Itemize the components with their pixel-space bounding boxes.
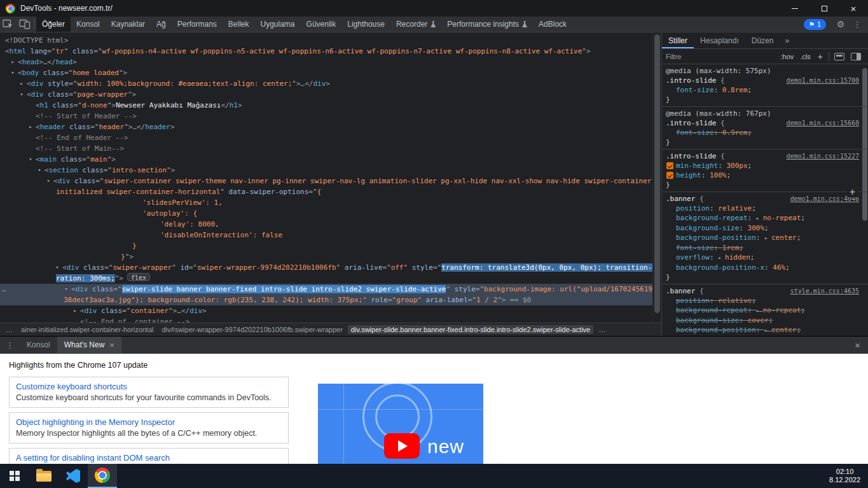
- expand-value-icon[interactable]: ▸: [756, 215, 763, 221]
- close-button[interactable]: ×: [839, 0, 868, 17]
- element-classes-button[interactable]: .cls: [797, 53, 814, 60]
- start-button[interactable]: [0, 464, 29, 488]
- toolbar-tab-bellek[interactable]: Bellek: [223, 17, 255, 32]
- taskbar-clock[interactable]: 02:10 8.12.2022: [822, 464, 868, 488]
- breadcrumb-item[interactable]: …: [595, 325, 609, 334]
- whats-new-video-thumbnail[interactable]: new: [318, 384, 483, 464]
- dom-tree-line[interactable]: <h1 class="d-none">Newseer Ayakkabı Mağa…: [0, 100, 652, 111]
- css-declaration[interactable]: background-size: 300%;: [666, 223, 859, 233]
- issues-badge[interactable]: ⚑ 1: [804, 19, 826, 30]
- file-explorer-icon[interactable]: [29, 464, 59, 488]
- card-title-link[interactable]: Customize keyboard shortcuts: [16, 382, 282, 391]
- toolbar-tab-recorder[interactable]: Recorder: [390, 17, 441, 32]
- dom-tree-line[interactable]: ▾<main class="main">: [0, 154, 652, 165]
- expand-arrow-icon[interactable]: ▾: [45, 176, 52, 186]
- breadcrumb-item[interactable]: div.swiper-slide.banner.banner-fixed.int…: [348, 325, 593, 334]
- toolbar-tab-kaynaklar[interactable]: Kaynaklar: [106, 17, 151, 32]
- expand-arrow-icon[interactable]: ▸: [18, 78, 25, 89]
- rendering-emulation-icon[interactable]: [834, 53, 844, 60]
- dom-tree-line[interactable]: }">: [0, 251, 652, 262]
- css-source-link[interactable]: demo1.min.css:15660: [787, 118, 859, 128]
- css-declaration[interactable]: height: 100%;: [666, 171, 859, 180]
- breadcrumb-item[interactable]: div#swiper-wrapper-9974d202210b1006fb.sw…: [158, 325, 345, 334]
- expand-arrow-icon[interactable]: ▾: [36, 165, 43, 176]
- dom-tree-line[interactable]: <html lang="tr" class="wf-poppins-n4-act…: [0, 46, 652, 57]
- maximize-button[interactable]: [809, 0, 839, 17]
- drawer-tab-what-s-new[interactable]: What's New×: [57, 337, 121, 353]
- minimize-button[interactable]: [780, 0, 809, 17]
- expand-value-icon[interactable]: ▸: [756, 307, 763, 314]
- css-declaration[interactable]: font-size: 1rem;: [666, 335, 859, 336]
- breadcrumb-item[interactable]: ainer-initialized.swiper-container-horiz…: [18, 325, 156, 334]
- chrome-icon[interactable]: [88, 464, 117, 488]
- toolbar-tab-performance-insights[interactable]: Performance insights: [441, 17, 533, 32]
- device-toolbar-icon[interactable]: [17, 17, 33, 32]
- drawer-menu-icon[interactable]: ⋮: [0, 340, 20, 350]
- flex-badge[interactable]: flex: [127, 273, 150, 281]
- expand-arrow-icon[interactable]: ▸: [27, 122, 34, 132]
- css-declaration[interactable]: font-size: 0.9rem;: [666, 128, 859, 137]
- whats-new-card[interactable]: Customize keyboard shortcutsCustomize ke…: [9, 377, 289, 408]
- property-checkbox[interactable]: [666, 172, 673, 179]
- dom-tree-line[interactable]: <!-- Start of Main-->: [0, 143, 652, 154]
- css-declaration[interactable]: background-position-x: 46%;: [666, 263, 859, 272]
- tab-close-icon[interactable]: ×: [109, 340, 114, 350]
- css-declaration[interactable]: background-repeat: ▸ no-repeat;: [666, 213, 859, 223]
- sidebar-tab-d-zen[interactable]: Düzen: [745, 32, 780, 48]
- settings-gear-icon[interactable]: ⚙: [832, 19, 849, 29]
- sidebar-tab-stiller[interactable]: Stiller: [662, 32, 694, 48]
- toolbar-tab-lighthouse[interactable]: Lighthouse: [341, 17, 390, 32]
- expand-arrow-icon[interactable]: ▾: [53, 262, 61, 273]
- toolbar-tab-performans[interactable]: Performans: [172, 17, 223, 32]
- css-declaration[interactable]: background-size: cover;: [666, 316, 859, 325]
- dom-tree-line[interactable]: <!-- End of container -->: [0, 316, 652, 323]
- drawer-tab-konsol[interactable]: Konsol: [20, 337, 57, 353]
- dom-tree-line[interactable]: initialized swiper-container-horizontal"…: [0, 186, 652, 197]
- dom-tree-line[interactable]: …▾<div class="swiper-slide banner banner…: [0, 284, 652, 295]
- dom-tree-line[interactable]: 'delay': 8000,: [0, 219, 652, 230]
- row-actions-icon[interactable]: …: [2, 284, 6, 295]
- dom-tree-line[interactable]: ▸<header class="header">…</header>: [0, 122, 652, 132]
- whats-new-card[interactable]: A setting for disabling instant DOM sear…: [9, 448, 289, 464]
- css-declaration[interactable]: font-size: 0.8rem;: [666, 85, 859, 95]
- css-declaration[interactable]: font-size: 1rem;: [666, 243, 859, 253]
- dom-tree-line[interactable]: ▾<div class="swiper-wrapper" id="swiper-…: [0, 262, 652, 273]
- css-declaration[interactable]: position: relative;: [666, 204, 859, 213]
- drawer-close-icon[interactable]: ×: [847, 340, 868, 351]
- new-style-rule-button[interactable]: +: [814, 52, 827, 62]
- css-declaration[interactable]: overflow: ▸ hidden;: [666, 253, 859, 263]
- css-declaration[interactable]: background-position: ▸ center;: [666, 325, 859, 335]
- whats-new-card[interactable]: Object highlighting in the Memory Inspec…: [9, 412, 289, 443]
- scrollbar-thumb[interactable]: [654, 34, 660, 313]
- sidebar-toggle-icon[interactable]: [851, 53, 861, 60]
- dom-tree-line[interactable]: 'disableOnInteraction': false: [0, 230, 652, 241]
- expand-arrow-icon[interactable]: ▾: [62, 284, 70, 295]
- styles-filter-input[interactable]: [666, 53, 742, 60]
- css-declaration[interactable]: background-position: ▸ center;: [666, 233, 859, 243]
- expand-arrow-icon[interactable]: ▾: [9, 67, 17, 78]
- dom-tree-line[interactable]: ▸<head>…</head>: [0, 57, 652, 67]
- dom-tree-line[interactable]: <!DOCTYPE html>: [0, 35, 652, 46]
- card-title-link[interactable]: Object highlighting in the Memory Inspec…: [16, 417, 282, 427]
- expand-value-icon[interactable]: ▸: [764, 235, 771, 241]
- expand-arrow-icon[interactable]: ▸: [9, 57, 17, 67]
- more-options-icon[interactable]: ⋮: [849, 20, 865, 29]
- dom-tree-line[interactable]: <!-- Start of Header -->: [0, 111, 652, 122]
- dom-tree-line[interactable]: ration: 300ms;">flex: [0, 273, 652, 284]
- dom-tree-line[interactable]: ▾<body class="home loaded">: [0, 67, 652, 78]
- toggle-element-state-button[interactable]: :hov: [778, 53, 797, 60]
- toolbar-tab-eler[interactable]: Öğeler: [36, 17, 71, 32]
- sidebar-tab-hesapland[interactable]: Hesaplandı: [694, 32, 745, 48]
- toolbar-tab-g-venlik[interactable]: Güvenlik: [301, 17, 342, 32]
- toolbar-tab-konsol[interactable]: Konsol: [71, 17, 106, 32]
- expand-arrow-icon[interactable]: ▾: [27, 154, 34, 165]
- card-title-link[interactable]: A setting for disabling instant DOM sear…: [16, 453, 282, 463]
- expand-value-icon[interactable]: ▸: [764, 327, 771, 333]
- insert-style-rule-button[interactable]: +: [847, 188, 858, 197]
- css-source-link[interactable]: demo1.min.css:15227: [787, 151, 859, 161]
- dom-tree-line[interactable]: ▾<div class="swiper-container swiper-the…: [0, 176, 652, 186]
- dom-tree-line[interactable]: 'slidesPerView': 1,: [0, 197, 652, 208]
- css-declaration[interactable]: background-repeat: ▸ no-repeat;: [666, 305, 859, 316]
- css-source-link[interactable]: style.min.css:4635: [790, 286, 859, 296]
- css-declaration[interactable]: min-height: 300px;: [666, 161, 859, 171]
